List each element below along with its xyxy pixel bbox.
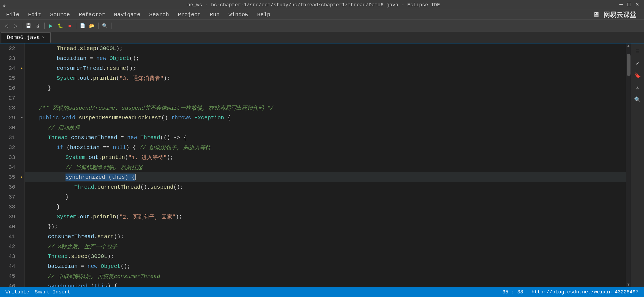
menu-navigate[interactable]: Navigate xyxy=(110,10,144,19)
menu-source[interactable]: Source xyxy=(46,10,74,19)
menu-project[interactable]: Project xyxy=(174,10,205,19)
code-token: println xyxy=(93,214,116,220)
scroll-down[interactable]: ▼ xyxy=(626,282,631,287)
code-token: new xyxy=(88,263,97,270)
vertical-scrollbar[interactable]: ▲ ▼ xyxy=(626,43,631,287)
toolbar-search[interactable]: 🔍 xyxy=(101,22,109,30)
line-marker: ➤ xyxy=(19,175,24,180)
code-line[interactable]: // 当前线程拿到锁, 然后挂起 xyxy=(25,162,626,172)
main-area: 222324➤2526272829●303132333435➤363738394… xyxy=(0,43,644,287)
menu-window[interactable]: Window xyxy=(225,10,252,19)
close-btn[interactable]: × xyxy=(635,1,639,8)
code-token: ); xyxy=(107,253,114,260)
code-line[interactable]: Thread.sleep(3000L); xyxy=(25,43,626,53)
code-token: . xyxy=(90,214,93,220)
toolbar-save[interactable]: 💾 xyxy=(24,22,33,30)
code-line[interactable]: Thread.currentThread().suspend(); xyxy=(25,182,626,192)
code-token: if xyxy=(57,144,63,151)
code-token: ) xyxy=(126,144,129,151)
scroll-thumb[interactable] xyxy=(627,54,631,76)
code-line[interactable]: System.out.println("3. 通知消费者"); xyxy=(25,73,626,83)
sidebar-outline-icon[interactable]: ≡ xyxy=(633,46,643,56)
code-line[interactable]: // 启动线程 xyxy=(25,123,626,133)
menu-refactor[interactable]: Refactor xyxy=(75,10,109,19)
code-token: Object xyxy=(110,55,129,62)
toolbar-debug[interactable]: 🐛 xyxy=(56,22,64,30)
line-number: 34 xyxy=(0,164,19,170)
toolbar-run[interactable]: ▶ xyxy=(47,22,55,30)
code-token: . xyxy=(68,253,71,260)
code-line[interactable] xyxy=(25,93,626,103)
code-token: out xyxy=(89,154,99,161)
code-line[interactable]: synchronized (this) { xyxy=(25,281,626,287)
toolbar-back[interactable]: ◁ xyxy=(2,22,10,30)
line-num-28: 28 xyxy=(0,103,24,113)
code-token: Thread xyxy=(74,184,94,190)
scroll-up[interactable]: ▲ xyxy=(626,43,631,48)
code-line[interactable]: Thread consumerThread = new Thread(() ->… xyxy=(25,133,626,142)
code-line[interactable]: // 争取到锁以后, 再恢复consumerThread xyxy=(25,271,626,281)
line-num-23: 23 xyxy=(0,53,24,63)
code-token xyxy=(137,134,140,141)
code-line[interactable]: Thread.sleep(3000L); xyxy=(25,251,626,261)
code-line[interactable]: consumerThread.start(); xyxy=(25,232,626,241)
code-line[interactable]: baozidian = new Object(); xyxy=(25,261,626,271)
code-token: Thread xyxy=(140,134,160,141)
code-token: new xyxy=(127,134,137,141)
toolbar-stop[interactable]: ■ xyxy=(66,22,74,30)
tab-close-demo6[interactable]: × xyxy=(42,35,45,40)
code-line[interactable]: } xyxy=(25,202,626,212)
status-writable: Writable xyxy=(6,289,29,295)
code-token: ) { xyxy=(107,283,117,287)
maximize-btn[interactable]: □ xyxy=(627,1,631,8)
scroll-track[interactable] xyxy=(626,48,631,282)
status-link: http://blog.csdn.net/weixin_43228497 xyxy=(531,289,638,295)
code-editor[interactable]: Thread.sleep(3000L);baozidian = new Obje… xyxy=(25,43,626,287)
code-token: /** 死锁的suspend/resume. suspend并不会像wait一样… xyxy=(39,104,274,112)
menu-edit[interactable]: Edit xyxy=(24,10,45,19)
line-number: 43 xyxy=(0,253,19,260)
line-num-41: 41 xyxy=(0,232,24,241)
code-line[interactable]: baozidian = new Object(); xyxy=(25,53,626,63)
code-line[interactable]: }); xyxy=(25,222,626,232)
code-token: start xyxy=(97,233,114,240)
menu-file[interactable]: File xyxy=(2,10,23,19)
code-line[interactable]: synchronized (this) { xyxy=(25,172,626,182)
line-num-46: 46 xyxy=(0,281,24,287)
toolbar-fwd[interactable]: ▷ xyxy=(12,22,20,30)
code-line[interactable]: /** 死锁的suspend/resume. suspend并不会像wait一样… xyxy=(25,103,626,113)
code-token xyxy=(191,115,194,121)
toolbar-open[interactable]: 📂 xyxy=(88,22,96,30)
code-line[interactable]: } xyxy=(25,83,626,93)
code-token: ); xyxy=(163,75,170,81)
code-token: } xyxy=(57,204,60,210)
minimize-btn[interactable]: ─ xyxy=(619,1,623,8)
code-line[interactable]: System.out.println("1. 进入等待"); xyxy=(25,152,626,162)
menu-search[interactable]: Search xyxy=(145,10,173,19)
sidebar-problems-icon[interactable]: ⚠ xyxy=(633,82,643,92)
code-line[interactable]: if (baozidian == null) { // 如果没包子, 则进入等待 xyxy=(25,142,626,152)
code-token: println xyxy=(93,75,116,81)
code-line[interactable]: // 3秒之后, 生产一个包子 xyxy=(25,241,626,251)
code-line[interactable]: } xyxy=(25,192,626,202)
menu-help[interactable]: Help xyxy=(253,10,274,19)
window-title: ne_ws - hc-chapter-1/src/com/study/hc/th… xyxy=(8,2,620,8)
tab-demo6[interactable]: Demo6.java × xyxy=(1,32,51,43)
toolbar-print[interactable]: 🖨 xyxy=(34,22,42,30)
code-token: (); xyxy=(173,184,183,190)
code-token: Thread xyxy=(48,134,68,141)
line-num-37: 37 xyxy=(0,192,24,202)
menu-run[interactable]: Run xyxy=(206,10,223,19)
code-line[interactable]: consumerThread.resume(); xyxy=(25,63,626,73)
code-token xyxy=(59,115,62,121)
sidebar-bookmark-icon[interactable]: 🔖 xyxy=(633,70,643,80)
code-line[interactable]: System.out.println("2. 买到包子, 回家"); xyxy=(25,212,626,222)
code-token xyxy=(75,115,79,121)
code-token: (() -> { xyxy=(160,134,187,141)
toolbar-new[interactable]: 📄 xyxy=(78,22,87,30)
code-line[interactable]: public void suspendResumeDeadLockTest() … xyxy=(25,113,626,123)
code-token: System xyxy=(57,75,77,81)
code-token: (); xyxy=(126,65,136,72)
sidebar-search-icon[interactable]: 🔍 xyxy=(633,95,643,105)
sidebar-tasks-icon[interactable]: ✓ xyxy=(633,58,643,68)
